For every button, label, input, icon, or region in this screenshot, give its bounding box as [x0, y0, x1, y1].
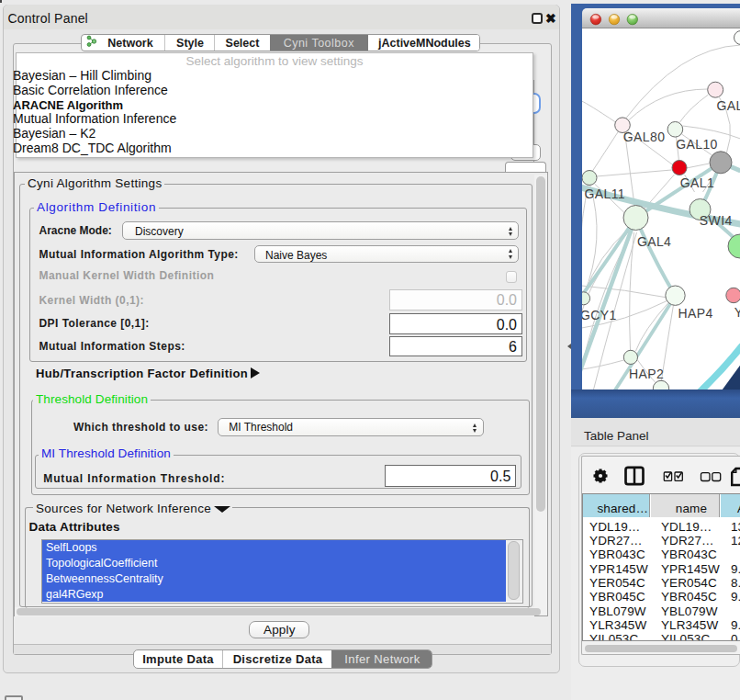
svg-text:GAL1: GAL1: [679, 175, 713, 190]
svg-text:SWI4: SWI4: [699, 213, 732, 228]
svg-text:GCY1: GCY1: [582, 308, 617, 322]
svg-text:GAL4: GAL4: [636, 234, 670, 249]
svg-text:HAP2: HAP2: [629, 367, 664, 381]
svg-text:Y: Y: [734, 305, 740, 320]
svg-text:GAL80: GAL80: [622, 130, 665, 144]
svg-text:GAL11: GAL11: [584, 186, 625, 201]
svg-text:HAP4: HAP4: [678, 306, 712, 321]
svg-text:GAL10: GAL10: [676, 137, 718, 152]
svg-text:GAL2: GAL2: [716, 98, 740, 113]
